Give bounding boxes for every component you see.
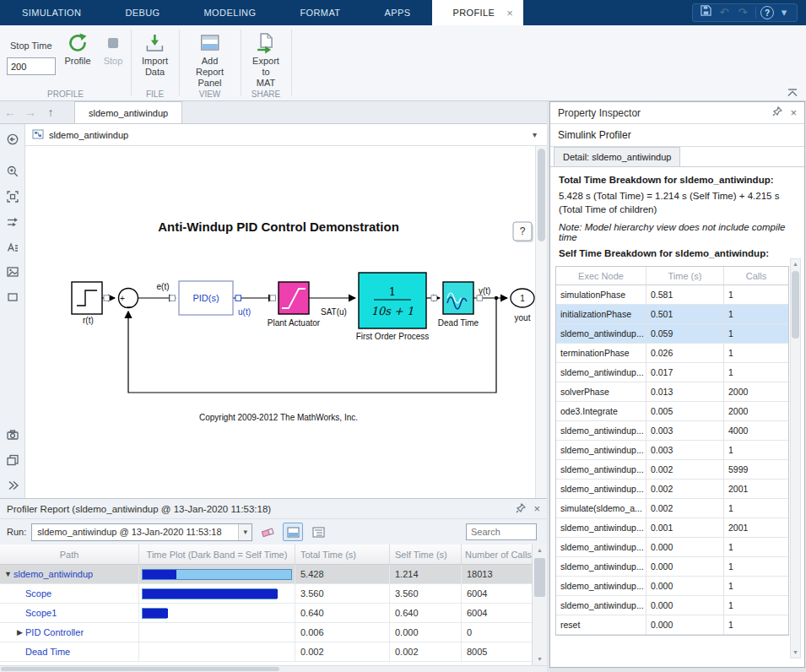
- scrollbar-thumb[interactable]: [534, 558, 545, 597]
- undo-icon[interactable]: ↶: [716, 4, 733, 21]
- exec-node-row[interactable]: sldemo_antiwindup... 0.000 1: [556, 596, 788, 615]
- step-block[interactable]: [72, 282, 102, 314]
- exec-node-row[interactable]: terminationPhase 0.026 1: [556, 344, 788, 363]
- exec-node-row[interactable]: simulate(sldemo_a... 0.002 1: [556, 499, 788, 518]
- scroll-down-icon[interactable]: ▼: [533, 653, 547, 665]
- search-input[interactable]: [466, 523, 537, 540]
- chevron-down-icon[interactable]: ▾: [776, 4, 792, 21]
- dock-navigate-icon[interactable]: [3, 129, 23, 149]
- help-button[interactable]: ?: [513, 222, 533, 242]
- report-hscrollbar[interactable]: [0, 665, 547, 672]
- route-signals-icon[interactable]: [3, 212, 23, 232]
- annotation-icon[interactable]: [3, 237, 23, 257]
- path-link[interactable]: Dead Time: [25, 647, 70, 657]
- exec-node-row[interactable]: sldemo_antiwindup... 0.059 1: [556, 324, 788, 344]
- menu-tab[interactable]: MODELING: [182, 0, 279, 25]
- export-to-mat-button[interactable]: Export to MAT: [252, 30, 279, 89]
- path-link[interactable]: Scope: [25, 588, 51, 599]
- column-header-time[interactable]: Time (s): [646, 267, 724, 285]
- table-row[interactable]: Scope 3.560 3.560 6004: [0, 584, 532, 604]
- tab-detail[interactable]: Detail: sldemo_antiwindup: [554, 147, 680, 166]
- help-icon[interactable]: ?: [760, 6, 774, 19]
- copy-view-icon[interactable]: [3, 450, 23, 470]
- exec-node-row[interactable]: initializationPhase 0.501 1: [556, 305, 788, 324]
- chevron-down-icon[interactable]: ▾: [533, 130, 540, 139]
- run-selector[interactable]: sldemo_antiwindup @ 13-Jan-2020 11:53:18…: [31, 523, 252, 541]
- breadcrumb[interactable]: sldemo_antiwindup: [49, 130, 128, 140]
- zoom-icon[interactable]: [3, 161, 23, 182]
- path-link[interactable]: sldemo_antiwindup: [14, 569, 93, 579]
- sum-block[interactable]: + −: [119, 289, 138, 312]
- canvas-scrollbar[interactable]: [535, 146, 547, 498]
- first-order-process-block[interactable]: 1 10s + 1: [359, 273, 426, 328]
- column-header-path[interactable]: Path: [0, 545, 139, 564]
- model-document-tab[interactable]: sldemo_antiwindup: [74, 101, 182, 123]
- menu-tab[interactable]: SIMULATION: [0, 0, 103, 25]
- close-icon[interactable]: ×: [790, 108, 797, 118]
- outport-yout-block[interactable]: 1: [511, 289, 534, 307]
- pin-icon[interactable]: [772, 106, 782, 119]
- tab-profile[interactable]: PROFILE ×: [432, 0, 523, 25]
- table-row[interactable]: ▼ sldemo_antiwindup 5.428 1.214 18013: [0, 565, 532, 584]
- scrollbar-thumb[interactable]: [792, 271, 799, 339]
- exec-node-row[interactable]: simulationPhase 0.581 1: [556, 285, 788, 305]
- exec-node-row[interactable]: sldemo_antiwindup... 0.017 1: [556, 363, 788, 382]
- column-header-total-time[interactable]: Total Time (s): [295, 545, 390, 564]
- highlight-block-toggle[interactable]: [283, 523, 303, 541]
- column-header-time-plot[interactable]: Time Plot (Dark Band = Self Time): [139, 545, 295, 564]
- table-row[interactable]: Scope1 0.640 0.640 6004: [0, 604, 532, 623]
- expander-icon[interactable]: ▼: [3, 570, 14, 578]
- close-icon[interactable]: ×: [533, 504, 540, 514]
- exec-node-row[interactable]: sldemo_antiwindup... 0.002 2001: [556, 480, 788, 499]
- back-button[interactable]: ←: [0, 106, 20, 119]
- inspector-scrollbar[interactable]: ▲ ▼: [790, 258, 801, 658]
- fit-to-view-icon[interactable]: [3, 187, 23, 207]
- profile-button[interactable]: Profile: [59, 30, 96, 67]
- import-data-button[interactable]: Import Data: [142, 30, 168, 78]
- column-header-calls[interactable]: Calls: [724, 267, 788, 285]
- stop-button[interactable]: Stop: [98, 30, 128, 67]
- pin-icon[interactable]: [516, 503, 526, 515]
- image-icon[interactable]: [3, 262, 23, 282]
- exec-node-row[interactable]: solverPhase 0.013 2000: [556, 382, 788, 402]
- table-row[interactable]: Dead Time 0.002 0.002 8005: [0, 642, 532, 662]
- path-link[interactable]: PID Controller: [25, 627, 84, 637]
- stop-time-input[interactable]: [7, 57, 56, 75]
- expand-palette-icon[interactable]: [3, 475, 23, 496]
- table-row[interactable]: ▶ PID Controller 0.006 0.000 0: [0, 623, 532, 642]
- area-box-icon[interactable]: [3, 287, 23, 307]
- scrollbar-thumb[interactable]: [1, 667, 279, 671]
- exec-node-row[interactable]: sldemo_antiwindup... 0.001 2001: [556, 518, 788, 538]
- save-icon[interactable]: [697, 4, 714, 21]
- path-link[interactable]: Scope1: [25, 608, 57, 618]
- menu-tab[interactable]: FORMAT: [278, 0, 362, 25]
- scroll-down-icon[interactable]: ▼: [791, 648, 800, 658]
- exec-node-row[interactable]: sldemo_antiwindup... 0.003 1: [556, 441, 788, 460]
- clear-results-button[interactable]: [257, 523, 278, 541]
- scrollbar-thumb[interactable]: [538, 149, 545, 241]
- redo-icon[interactable]: ↷: [734, 4, 751, 21]
- collapse-ribbon-button[interactable]: [786, 88, 799, 98]
- forward-button[interactable]: →: [20, 106, 41, 119]
- expander-icon[interactable]: ▶: [14, 628, 25, 637]
- exec-node-row[interactable]: sldemo_antiwindup... 0.000 1: [556, 538, 788, 557]
- menu-tab[interactable]: APPS: [362, 0, 432, 25]
- exec-node-row[interactable]: sldemo_antiwindup... 0.000 1: [556, 577, 788, 596]
- exec-node-row[interactable]: ode3.Integrate 0.005 2000: [556, 402, 788, 421]
- camera-icon[interactable]: [3, 425, 23, 445]
- dead-time-block[interactable]: [443, 282, 473, 314]
- chevron-down-icon[interactable]: ▾: [238, 524, 252, 540]
- exec-node-row[interactable]: sldemo_antiwindup... 0.003 4000: [556, 421, 788, 441]
- exec-node-row[interactable]: reset 0.000 1: [556, 615, 788, 635]
- plant-actuator-block[interactable]: [279, 282, 309, 314]
- model-canvas[interactable]: Anti-Windup PID Control Demonstration ?: [25, 146, 535, 498]
- report-scrollbar[interactable]: ▲ ▼: [532, 545, 547, 665]
- pid-controller-block[interactable]: PID(s): [179, 281, 233, 315]
- column-header-number-of-calls[interactable]: Number of Calls: [462, 545, 532, 564]
- up-to-parent-button[interactable]: ↑: [41, 106, 61, 119]
- close-icon[interactable]: ×: [506, 7, 513, 19]
- exec-node-row[interactable]: sldemo_antiwindup... 0.002 5999: [556, 460, 788, 480]
- exec-node-row[interactable]: sldemo_antiwindup... 0.000 1: [556, 557, 788, 577]
- add-report-panel-button[interactable]: Add Report Panel: [194, 30, 225, 89]
- scroll-up-icon[interactable]: ▲: [533, 545, 547, 556]
